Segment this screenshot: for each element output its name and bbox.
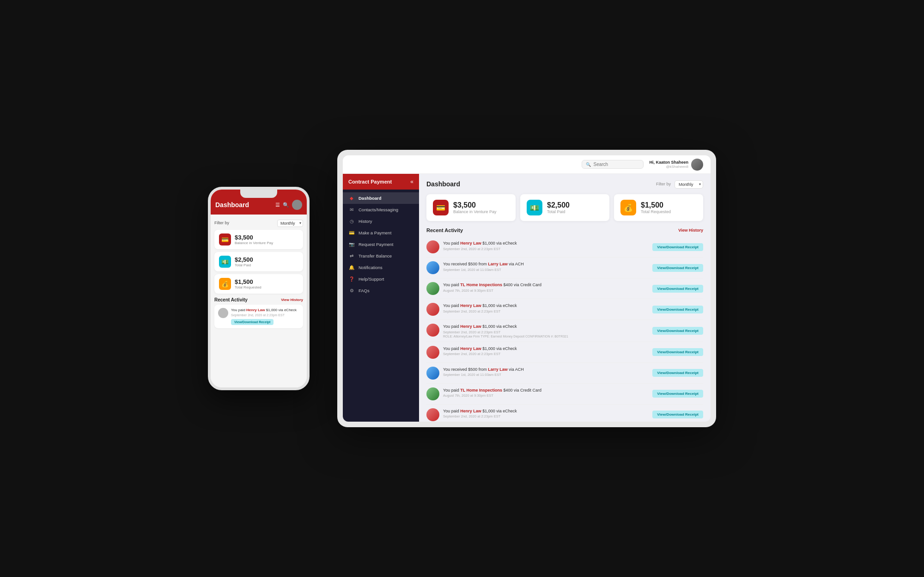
tablet-device: 🔍 Hi, Kaaton Shaheen @kShaheen8 bbox=[337, 150, 716, 427]
receipt-btn-3[interactable]: View/Download Receipt bbox=[652, 306, 703, 313]
receipt-btn-8[interactable]: View/Download Receipt bbox=[652, 411, 703, 418]
receipt-btn-5[interactable]: View/Download Receipt bbox=[652, 348, 703, 356]
activity-section-title: Recent Activity bbox=[426, 227, 463, 233]
sidebar-label-transfer-balance: Transfer Balance bbox=[359, 253, 392, 258]
tablet-user-text: Hi, Kaaton Shaheen @kShaheen8 bbox=[649, 160, 688, 169]
stat-card-paid: 💵 $2,500 Total Paid bbox=[520, 194, 609, 221]
stat-icon-requested: 💰 bbox=[620, 200, 636, 215]
phone-stat-card-requested: 💰 $1,500 Total Requested bbox=[214, 274, 303, 294]
phone-filter-row: Filter by Monthly Weekly Yearly bbox=[214, 218, 303, 227]
phone-filter-select[interactable]: Monthly Weekly Yearly bbox=[277, 220, 303, 227]
sidebar-item-help-support[interactable]: ❓ Help/Support bbox=[343, 273, 419, 285]
phone-stat-info-balance: $3,500 Balance in Venture Pay bbox=[235, 234, 273, 245]
activity-item: You paid Henry Law $1,000 via eCheckSept… bbox=[426, 342, 703, 363]
activity-text-4: You paid Henry Law $1,000 via eCheck bbox=[443, 324, 568, 330]
stat-amount-balance: $3,500 bbox=[453, 201, 497, 209]
activity-list: You paid Henry Law $1,000 via eCheckSept… bbox=[426, 237, 703, 422]
tablet-user-name: Hi, Kaaton Shaheen bbox=[649, 160, 688, 165]
phone-activity-top: You paid Henry Law $1,000 via eCheck Sep… bbox=[218, 308, 299, 325]
stat-card-balance: 💳 $3,500 Balance in Venture Pay bbox=[426, 194, 516, 221]
sidebar-item-dashboard[interactable]: ◆ Dashboard bbox=[343, 192, 419, 204]
main-filter-select[interactable]: Monthly Weekly Yearly bbox=[675, 180, 703, 189]
phone-stat-info-requested: $1,500 Total Requested bbox=[235, 278, 261, 289]
activity-highlight-4: Henry Law bbox=[460, 324, 481, 329]
sidebar-collapse-icon[interactable]: « bbox=[410, 178, 413, 185]
activity-meta-3: September 2nd, 2020 at 2:23pm EST bbox=[443, 309, 517, 313]
phone-filter-label: Filter by bbox=[214, 221, 229, 225]
receipt-btn-4[interactable]: View/Download Receipt bbox=[652, 327, 703, 335]
stat-icon-balance: 💳 bbox=[433, 200, 449, 215]
user-name: Kaaton Shaheen bbox=[656, 160, 688, 165]
sidebar-item-transfer-balance[interactable]: ⇄ Transfer Balance bbox=[343, 250, 419, 262]
activity-left-1: You received $500 from Larry Law via ACH… bbox=[426, 261, 648, 274]
sidebar-item-request-payment[interactable]: 📷 Request Payment bbox=[343, 239, 419, 250]
tablet-user-handle: @kShaheen8 bbox=[649, 165, 688, 169]
phone-view-history-link[interactable]: View History bbox=[281, 298, 303, 302]
sidebar-nav: ◆ Dashboard ✉ Contacts/Messaging ◷ Histo… bbox=[343, 190, 419, 299]
phone-stat-icon-paid: 💵 bbox=[219, 256, 231, 268]
activity-meta-1: September 1st, 2020 at 11:03am EST bbox=[443, 268, 524, 272]
activity-highlight-0: Henry Law bbox=[460, 241, 481, 246]
activity-highlight-2: TL Home Inspections bbox=[460, 282, 502, 287]
receipt-btn-0[interactable]: View/Download Receipt bbox=[652, 243, 703, 251]
filter-wrapper: Monthly Weekly Yearly bbox=[675, 179, 703, 189]
activity-info-5: You paid Henry Law $1,000 via eCheckSept… bbox=[443, 346, 517, 356]
sidebar-brand-title: Contract Payment bbox=[348, 179, 392, 184]
receipt-btn-6[interactable]: View/Download Receipt bbox=[652, 369, 703, 377]
tablet-topbar: 🔍 Hi, Kaaton Shaheen @kShaheen8 bbox=[343, 155, 711, 174]
sidebar-label-dashboard: Dashboard bbox=[359, 196, 382, 201]
main-filter-label: Filter by bbox=[656, 182, 671, 186]
receipt-btn-7[interactable]: View/Download Receipt bbox=[652, 390, 703, 398]
sidebar-label-request-payment: Request Payment bbox=[359, 242, 394, 247]
stats-row: 💳 $3,500 Balance in Venture Pay 💵 $2,500… bbox=[426, 194, 703, 221]
phone-header-icons: ☰ 🔍 bbox=[275, 200, 302, 210]
search-icon-tablet: 🔍 bbox=[586, 162, 591, 167]
stat-amount-paid: $2,500 bbox=[547, 201, 570, 209]
activity-left-5: You paid Henry Law $1,000 via eCheckSept… bbox=[426, 346, 648, 359]
phone-stat-icon-balance: 💳 bbox=[219, 233, 231, 246]
avatar-phone[interactable] bbox=[292, 200, 302, 210]
sidebar-item-faqs[interactable]: ⚙ FAQs bbox=[343, 285, 419, 296]
receipt-btn-2[interactable]: View/Download Receipt bbox=[652, 285, 703, 293]
make-payment-icon: 💳 bbox=[348, 230, 355, 235]
sidebar-item-history[interactable]: ◷ History bbox=[343, 215, 419, 227]
tablet-sidebar: Contract Payment « ◆ Dashboard ✉ Contact… bbox=[343, 174, 419, 422]
dashboard-icon: ◆ bbox=[348, 196, 355, 201]
phone-stat-card-paid: 💵 $2,500 Total Paid bbox=[214, 252, 303, 271]
activity-item: You received $500 from Larry Law via ACH… bbox=[426, 363, 703, 384]
history-icon: ◷ bbox=[348, 219, 355, 224]
phone-activity-text: You paid Henry Law $1,000 via eCheck bbox=[231, 308, 297, 313]
activity-avatar-0 bbox=[426, 240, 439, 253]
phone-device: Dashboard ☰ 🔍 Filter by Monthly Weekly Y… bbox=[208, 187, 310, 390]
phone-stat-amount-balance: $3,500 bbox=[235, 234, 273, 241]
phone-stat-label-requested: Total Requested bbox=[235, 285, 261, 289]
activity-text-2: You paid TL Home Inspections $400 via Cr… bbox=[443, 282, 541, 288]
contacts-icon: ✉ bbox=[348, 207, 355, 212]
activity-avatar-1 bbox=[426, 261, 439, 274]
avatar-tablet bbox=[691, 159, 703, 171]
tablet-inner: 🔍 Hi, Kaaton Shaheen @kShaheen8 bbox=[343, 155, 711, 422]
phone-stat-amount-requested: $1,500 bbox=[235, 278, 261, 285]
sidebar-item-contacts[interactable]: ✉ Contacts/Messaging bbox=[343, 204, 419, 215]
search-input[interactable] bbox=[593, 162, 639, 167]
phone-filter-wrap: Monthly Weekly Yearly bbox=[277, 218, 303, 227]
sidebar-item-notifications[interactable]: 🔔 Notifications bbox=[343, 262, 419, 273]
receipt-btn-1[interactable]: View/Download Receipt bbox=[652, 264, 703, 272]
activity-text-7: You paid TL Home Inspections $400 via Cr… bbox=[443, 387, 541, 393]
phone-stat-label-paid: Total Paid bbox=[235, 263, 253, 267]
sidebar-label-faqs: FAQs bbox=[359, 288, 370, 293]
activity-info-4: You paid Henry Law $1,000 via eCheckSept… bbox=[443, 324, 568, 338]
transfer-icon: ⇄ bbox=[348, 253, 355, 258]
phone-receipt-btn[interactable]: View/Download Receipt bbox=[231, 319, 274, 325]
activity-left-3: You paid Henry Law $1,000 via eCheckSept… bbox=[426, 303, 648, 316]
activity-meta-0: September 2nd, 2020 at 2:23pm EST bbox=[443, 247, 517, 251]
main-filter: Filter by Monthly Weekly Yearly bbox=[656, 179, 703, 189]
phone-activity-title: Recent Activity bbox=[214, 297, 248, 302]
hamburger-icon[interactable]: ☰ bbox=[275, 202, 280, 208]
search-icon-phone[interactable]: 🔍 bbox=[283, 202, 289, 208]
sidebar-item-make-payment[interactable]: 💳 Make a Payment bbox=[343, 227, 419, 239]
activity-left-8: You paid Henry Law $1,000 via eCheckSept… bbox=[426, 408, 648, 421]
activity-avatar-2 bbox=[426, 282, 439, 295]
view-history-link[interactable]: View History bbox=[678, 228, 703, 233]
activity-info-2: You paid TL Home Inspections $400 via Cr… bbox=[443, 282, 541, 293]
